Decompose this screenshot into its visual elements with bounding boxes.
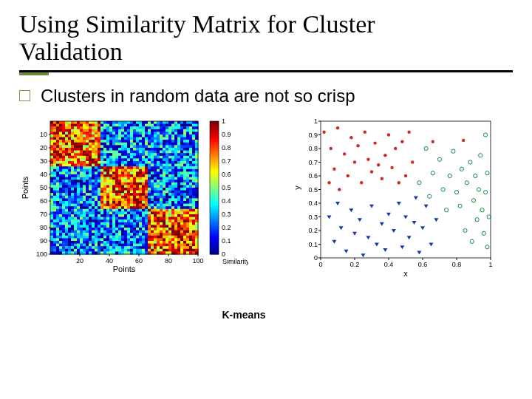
svg-rect-1774 (121, 214, 125, 217)
svg-rect-212 (86, 132, 89, 134)
svg-rect-2074 (121, 230, 125, 233)
svg-rect-1107 (71, 180, 75, 183)
sm-ylabel: Points (21, 176, 30, 199)
svg-rect-2133 (148, 233, 151, 236)
svg-text:70: 70 (40, 211, 47, 218)
svg-rect-1424 (121, 196, 125, 199)
svg-rect-207 (71, 132, 75, 134)
svg-rect-996 (186, 171, 190, 174)
svg-rect-2093 (177, 230, 181, 233)
svg-point-2633 (417, 180, 421, 184)
svg-rect-2089 (166, 230, 169, 233)
svg-rect-1914 (92, 222, 95, 225)
svg-rect-293 (177, 134, 181, 137)
svg-rect-838 (163, 163, 166, 166)
svg-rect-297 (189, 134, 193, 137)
svg-rect-1512 (86, 201, 89, 204)
svg-rect-808 (74, 163, 78, 166)
svg-rect-1141 (171, 180, 175, 183)
svg-rect-1473 (118, 198, 122, 201)
svg-rect-1304 (62, 190, 66, 193)
svg-rect-663 (89, 156, 92, 159)
svg-rect-1614 (92, 206, 95, 209)
svg-rect-356 (68, 140, 72, 143)
svg-rect-946 (186, 169, 190, 172)
svg-rect-1014 (92, 174, 95, 177)
svg-rect-1523 (118, 201, 122, 204)
svg-rect-2203 (59, 238, 63, 241)
svg-rect-1815 (95, 216, 98, 219)
svg-rect-460 (80, 145, 83, 148)
svg-rect-618 (103, 153, 107, 156)
svg-point-2632 (462, 138, 465, 141)
svg-rect-700 (50, 158, 54, 161)
svg-rect-517 (100, 148, 104, 151)
svg-rect-1289 (166, 188, 169, 191)
svg-rect-2142 (174, 233, 178, 236)
svg-rect-1238 (163, 185, 166, 188)
svg-rect-2077 (130, 230, 134, 233)
svg-text:50: 50 (40, 184, 47, 191)
svg-rect-2121 (112, 233, 116, 236)
svg-rect-915 (95, 169, 98, 172)
svg-rect-217 (100, 132, 104, 134)
svg-rect-333 (148, 137, 151, 140)
svg-rect-12 (86, 121, 89, 124)
svg-rect-1973 (118, 225, 122, 228)
svg-rect-120 (109, 126, 113, 129)
svg-rect-2167 (100, 236, 104, 239)
svg-rect-456 (68, 145, 72, 148)
svg-rect-2150 (50, 236, 54, 239)
svg-rect-1495 (183, 198, 187, 201)
svg-rect-40 (168, 121, 172, 124)
svg-rect-731 (142, 158, 146, 161)
svg-rect-1268 (103, 188, 107, 191)
svg-rect-2064 (92, 230, 95, 233)
svg-rect-523 (118, 148, 122, 151)
svg-rect-2359 (77, 246, 81, 249)
svg-rect-110 (80, 126, 83, 129)
svg-rect-2313 (89, 243, 92, 246)
svg-rect-2541 (210, 230, 219, 233)
svg-rect-1413 (89, 196, 92, 199)
svg-rect-2140 (168, 233, 172, 236)
svg-rect-873 (118, 166, 122, 169)
svg-rect-2291 (171, 241, 175, 244)
svg-rect-1814 (92, 216, 95, 219)
svg-rect-2394 (180, 246, 184, 249)
svg-rect-2438 (163, 249, 166, 252)
svg-rect-483 (148, 145, 151, 148)
svg-rect-1423 (118, 196, 122, 199)
svg-rect-1471 (112, 198, 116, 201)
svg-rect-1758 (74, 214, 78, 217)
svg-text:1: 1 (488, 261, 492, 268)
svg-rect-2441 (171, 249, 175, 252)
svg-rect-1341 (171, 190, 175, 193)
svg-rect-502 (56, 148, 60, 151)
scatter-figure: 00.10.20.30.40.50.60.70.80.91 00.20.40.6… (293, 114, 507, 284)
svg-rect-269 (106, 134, 110, 137)
svg-rect-200 (50, 132, 54, 134)
svg-rect-105 (65, 126, 69, 129)
svg-rect-772 (115, 161, 119, 164)
svg-rect-2082 (145, 230, 149, 233)
svg-rect-1946 (186, 222, 190, 225)
svg-rect-657 (71, 156, 75, 159)
svg-rect-167 (100, 129, 104, 132)
svg-point-2658 (485, 171, 489, 174)
svg-rect-528 (133, 148, 137, 151)
svg-rect-597 (189, 150, 193, 153)
svg-rect-984 (151, 171, 154, 174)
svg-rect-2422 (115, 249, 119, 252)
svg-rect-1183 (148, 183, 151, 185)
svg-rect-709 (77, 158, 81, 161)
svg-rect-529 (136, 148, 140, 151)
svg-rect-1803 (59, 216, 63, 219)
svg-rect-1361 (83, 193, 86, 196)
svg-rect-690 (168, 156, 172, 159)
svg-rect-1580 (139, 203, 143, 206)
svg-rect-975 (124, 171, 128, 174)
svg-rect-359 (77, 140, 81, 143)
svg-rect-1351 (53, 193, 57, 196)
svg-rect-888 (163, 166, 166, 169)
